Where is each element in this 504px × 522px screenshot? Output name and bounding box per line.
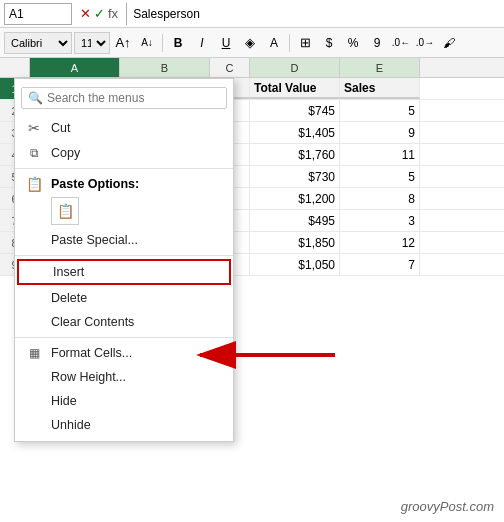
cell-e7[interactable]: 3 xyxy=(340,210,420,231)
hide-label: Hide xyxy=(51,394,77,408)
font-name-select[interactable]: Calibri xyxy=(4,32,72,54)
delete-label: Delete xyxy=(51,291,87,305)
context-menu-paste-special[interactable]: Paste Special... xyxy=(15,228,233,252)
formula-bar: A1 ✕ ✓ fx xyxy=(0,0,504,28)
comma-button[interactable]: 9 xyxy=(366,32,388,54)
copy-icon: ⧉ xyxy=(25,146,43,160)
context-menu-hide[interactable]: Hide xyxy=(15,389,233,413)
cell-e4[interactable]: 11 xyxy=(340,144,420,165)
format-painter-button[interactable]: 🖌 xyxy=(438,32,460,54)
watermark: groovyPost.com xyxy=(401,499,494,514)
fill-color-button[interactable]: ◈ xyxy=(239,32,261,54)
toolbar-sep-1 xyxy=(162,34,163,52)
spreadsheet: A1 ✕ ✓ fx Calibri 11 A↑ A↓ B I U ◈ A ⊞ xyxy=(0,0,504,522)
context-menu-format-cells[interactable]: ▦ Format Cells... xyxy=(15,341,233,365)
percent-button[interactable]: % xyxy=(342,32,364,54)
formula-icons: ✕ ✓ fx xyxy=(76,6,122,21)
menu-search-container[interactable]: 🔍 xyxy=(21,87,227,109)
font-color-icon: A xyxy=(270,36,278,50)
unhide-label: Unhide xyxy=(51,418,91,432)
decrease-decimal-button[interactable]: .0← xyxy=(390,32,412,54)
cell-e3[interactable]: 9 xyxy=(340,122,420,143)
menu-separator-1 xyxy=(15,168,233,169)
font-size-select[interactable]: 11 xyxy=(74,32,110,54)
col-header-a[interactable]: A xyxy=(30,58,120,77)
cell-e5[interactable]: 5 xyxy=(340,166,420,187)
clear-contents-label: Clear Contents xyxy=(51,315,134,329)
paste-button[interactable]: 📋 xyxy=(51,197,79,225)
underline-button[interactable]: U xyxy=(215,32,237,54)
borders-button[interactable]: ⊞ xyxy=(294,32,316,54)
confirm-icon[interactable]: ✓ xyxy=(94,6,105,21)
cut-icon: ✂ xyxy=(25,120,43,136)
paste-options-label: Paste Options: xyxy=(51,177,139,191)
menu-separator-3 xyxy=(15,337,233,338)
context-menu-clear-contents[interactable]: Clear Contents xyxy=(15,310,233,334)
cell-d9[interactable]: $1,050 xyxy=(250,254,340,275)
col-header-e[interactable]: E xyxy=(340,58,420,77)
cell-d5[interactable]: $730 xyxy=(250,166,340,187)
search-icon: 🔍 xyxy=(28,91,43,105)
cell-d2[interactable]: $745 xyxy=(250,100,340,121)
menu-search-input[interactable] xyxy=(47,91,220,105)
increase-decimal-button[interactable]: .0→ xyxy=(414,32,436,54)
context-menu-row-height[interactable]: Row Height... xyxy=(15,365,233,389)
col-header-d[interactable]: D xyxy=(250,58,340,77)
toolbar-sep-2 xyxy=(289,34,290,52)
col-header-b[interactable]: B xyxy=(120,58,210,77)
context-menu-delete[interactable]: Delete xyxy=(15,286,233,310)
fx-icon: fx xyxy=(108,6,118,21)
paste-options-header-row: 📋 Paste Options: xyxy=(15,172,233,194)
italic-button[interactable]: I xyxy=(191,32,213,54)
cell-d8[interactable]: $1,850 xyxy=(250,232,340,253)
fill-icon: ◈ xyxy=(245,35,255,50)
row-height-label: Row Height... xyxy=(51,370,126,384)
row-num-header xyxy=(0,58,30,77)
formula-input[interactable] xyxy=(126,3,500,25)
cancel-icon[interactable]: ✕ xyxy=(80,6,91,21)
col-header-c[interactable]: C xyxy=(210,58,250,77)
cell-e1[interactable]: Sales xyxy=(340,78,420,99)
dollar-button[interactable]: $ xyxy=(318,32,340,54)
cell-d7[interactable]: $495 xyxy=(250,210,340,231)
context-menu-copy[interactable]: ⧉ Copy xyxy=(15,141,233,165)
cell-d1[interactable]: Total Value xyxy=(250,78,340,99)
context-menu-cut[interactable]: ✂ Cut xyxy=(15,115,233,141)
decrease-font-button[interactable]: A↓ xyxy=(136,32,158,54)
paste-icon: 📋 xyxy=(25,176,43,192)
insert-label: Insert xyxy=(53,265,84,279)
cell-d4[interactable]: $1,760 xyxy=(250,144,340,165)
borders-icon: ⊞ xyxy=(300,35,311,50)
cell-reference[interactable]: A1 xyxy=(4,3,72,25)
cell-e2[interactable]: 5 xyxy=(340,100,420,121)
context-menu-unhide[interactable]: Unhide xyxy=(15,413,233,437)
cell-e9[interactable]: 7 xyxy=(340,254,420,275)
cell-ref-value: A1 xyxy=(9,7,24,21)
cell-e6[interactable]: 8 xyxy=(340,188,420,209)
cell-e8[interactable]: 12 xyxy=(340,232,420,253)
context-menu-insert[interactable]: Insert xyxy=(17,259,231,285)
format-cells-icon: ▦ xyxy=(25,346,43,360)
cell-d3[interactable]: $1,405 xyxy=(250,122,340,143)
paste-clipboard-icon: 📋 xyxy=(57,203,74,219)
copy-label: Copy xyxy=(51,146,80,160)
format-cells-label: Format Cells... xyxy=(51,346,132,360)
menu-separator-2 xyxy=(15,255,233,256)
column-headers: A B C D E xyxy=(0,58,504,78)
format-painter-icon: 🖌 xyxy=(443,36,455,50)
bold-button[interactable]: B xyxy=(167,32,189,54)
toolbar: Calibri 11 A↑ A↓ B I U ◈ A ⊞ $ % 9 .0← .… xyxy=(0,28,504,58)
context-menu: 🔍 ✂ Cut ⧉ Copy 📋 Paste Options: 📋 Paste … xyxy=(14,78,234,442)
paste-special-label: Paste Special... xyxy=(51,233,138,247)
increase-font-button[interactable]: A↑ xyxy=(112,32,134,54)
paste-icon-group: 📋 xyxy=(15,194,233,228)
font-color-button[interactable]: A xyxy=(263,32,285,54)
cell-d6[interactable]: $1,200 xyxy=(250,188,340,209)
cut-label: Cut xyxy=(51,121,70,135)
